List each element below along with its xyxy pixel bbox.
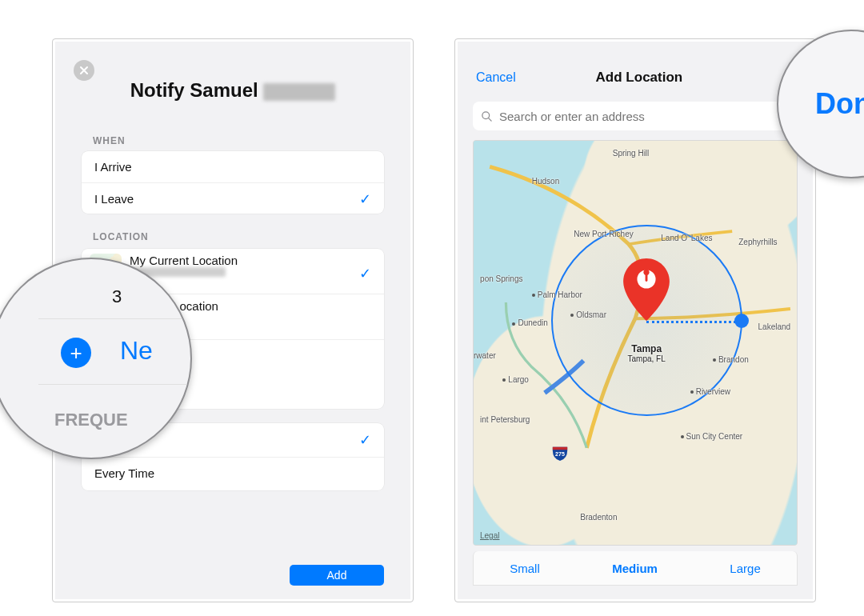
checkmark-icon: ✓	[359, 431, 371, 449]
plus-icon: +	[61, 338, 91, 368]
svg-point-4	[644, 269, 650, 274]
redacted-name	[263, 83, 335, 101]
map-pin-icon[interactable]	[623, 258, 670, 321]
add-button[interactable]: Add	[290, 565, 384, 586]
cancel-button[interactable]: Cancel	[476, 70, 516, 85]
map-view[interactable]: 275 Tampa Tampa, FL Spring HillHudsonNew…	[473, 140, 798, 546]
search-bar[interactable]	[473, 102, 798, 130]
close-button[interactable]	[74, 60, 94, 81]
add-button-label: Add	[327, 569, 347, 582]
when-leave-label: I Leave	[94, 192, 134, 206]
zoom-freq-stub: FREQUE	[54, 410, 128, 430]
checkmark-icon: ✓	[359, 190, 371, 208]
section-label-location: LOCATION	[93, 231, 149, 242]
nav-bar: Cancel Add Location Done	[455, 54, 815, 102]
search-icon	[481, 110, 493, 122]
add-location-panel: Cancel Add Location Done 275	[454, 38, 816, 602]
shield-number: 275	[551, 444, 569, 462]
pin-title: Tampa	[631, 343, 662, 354]
svg-line-1	[488, 118, 491, 121]
pin-subtitle: Tampa, FL	[628, 354, 666, 363]
size-medium[interactable]: Medium	[612, 562, 658, 575]
search-input[interactable]	[498, 109, 790, 124]
radius-size-bar: Small Medium Large	[473, 551, 798, 586]
frequency-everytime-label: Every Time	[94, 466, 154, 480]
geofence-radius-line	[646, 321, 741, 323]
nav-title: Add Location	[596, 70, 683, 86]
geofence-circle[interactable]: Tampa Tampa, FL	[551, 225, 742, 416]
zoom-count: 3	[112, 286, 122, 307]
done-button[interactable]: Done	[815, 87, 864, 121]
when-option-arrive[interactable]: I Arrive	[82, 151, 384, 183]
frequency-option-everytime[interactable]: Every Time	[82, 458, 384, 489]
interstate-shield-icon: 275	[551, 444, 569, 462]
zoom-new-stub: Ne	[120, 336, 153, 366]
page-title: Notify Samuel	[53, 79, 413, 102]
legal-link[interactable]: Legal	[480, 531, 499, 540]
title-text: Notify Samuel	[130, 79, 264, 101]
when-card: I Arrive I Leave ✓	[82, 151, 384, 214]
when-option-leave[interactable]: I Leave ✓	[82, 183, 384, 214]
size-large[interactable]: Large	[730, 562, 760, 575]
section-label-when: WHEN	[93, 135, 126, 146]
pin-label: Tampa Tampa, FL	[628, 343, 666, 363]
geofence-radius-handle[interactable]	[734, 314, 749, 328]
when-arrive-label: I Arrive	[94, 160, 132, 174]
size-small[interactable]: Small	[510, 562, 540, 575]
location-current-title: My Current Location	[130, 254, 238, 267]
checkmark-icon: ✓	[359, 265, 371, 282]
